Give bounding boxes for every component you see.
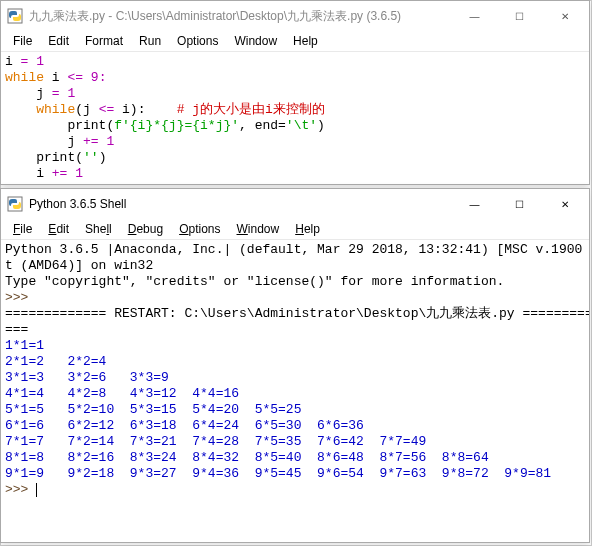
- menu-window[interactable]: Window: [226, 32, 285, 50]
- output-row: 3*1=3 3*2=6 3*3=9: [5, 370, 169, 385]
- menu-file[interactable]: File: [5, 220, 40, 238]
- output-row: 5*1=5 5*2=10 5*3=15 5*4=20 5*5=25: [5, 402, 301, 417]
- editor-title: 九九乘法表.py - C:\Users\Administrator\Deskto…: [29, 8, 452, 25]
- minimize-button[interactable]: —: [452, 2, 497, 30]
- shell-title: Python 3.6.5 Shell: [29, 197, 452, 211]
- close-button[interactable]: ✕: [542, 2, 587, 30]
- menu-format[interactable]: Format: [77, 32, 131, 50]
- menu-edit[interactable]: Edit: [40, 220, 77, 238]
- editor-window: 九九乘法表.py - C:\Users\Administrator\Deskto…: [0, 0, 590, 185]
- shell-titlebar[interactable]: Python 3.6.5 Shell — ☐ ✕: [1, 189, 589, 219]
- menu-options[interactable]: Options: [171, 220, 228, 238]
- minimize-button[interactable]: —: [452, 190, 497, 218]
- output-row: 1*1=1: [5, 338, 44, 353]
- editor-titlebar[interactable]: 九九乘法表.py - C:\Users\Administrator\Deskto…: [1, 1, 589, 31]
- close-button[interactable]: ✕: [542, 190, 587, 218]
- prompt: >>>: [5, 482, 36, 497]
- output-row: 2*1=2 2*2=4: [5, 354, 106, 369]
- menu-file[interactable]: File: [5, 32, 40, 50]
- shell-output[interactable]: Python 3.6.5 |Anaconda, Inc.| (default, …: [1, 240, 589, 500]
- banner-line: Type "copyright", "credits" or "license(…: [5, 274, 504, 289]
- text-cursor: [36, 483, 37, 497]
- restart-line: ===: [5, 322, 28, 337]
- menu-help[interactable]: Help: [285, 32, 326, 50]
- python-shell-icon: [7, 196, 23, 212]
- output-row: 8*1=8 8*2=16 8*3=24 8*4=32 8*5=40 8*6=48…: [5, 450, 489, 465]
- shell-window: Python 3.6.5 Shell — ☐ ✕ File Edit Shell…: [0, 188, 590, 543]
- banner-line: t (AMD64)] on win32: [5, 258, 153, 273]
- editor-menubar: File Edit Format Run Options Window Help: [1, 31, 589, 52]
- menu-debug[interactable]: Debug: [120, 220, 171, 238]
- banner-line: Python 3.6.5 |Anaconda, Inc.| (default, …: [5, 242, 589, 257]
- maximize-button[interactable]: ☐: [497, 2, 542, 30]
- menu-run[interactable]: Run: [131, 32, 169, 50]
- output-row: 7*1=7 7*2=14 7*3=21 7*4=28 7*5=35 7*6=42…: [5, 434, 426, 449]
- menu-shell[interactable]: Shell: [77, 220, 120, 238]
- menu-edit[interactable]: Edit: [40, 32, 77, 50]
- python-file-icon: [7, 8, 23, 24]
- output-row: 4*1=4 4*2=8 4*3=12 4*4=16: [5, 386, 239, 401]
- code-editor[interactable]: i = 1 while i <= 9: j = 1 while(j <= i):…: [1, 52, 589, 184]
- menu-options[interactable]: Options: [169, 32, 226, 50]
- maximize-button[interactable]: ☐: [497, 190, 542, 218]
- output-row: 9*1=9 9*2=18 9*3=27 9*4=36 9*5=45 9*6=54…: [5, 466, 551, 481]
- prompt: >>>: [5, 290, 36, 305]
- output-row: 6*1=6 6*2=12 6*3=18 6*4=24 6*5=30 6*6=36: [5, 418, 364, 433]
- restart-line: ============= RESTART: C:\Users\Administ…: [5, 306, 589, 321]
- menu-window[interactable]: Window: [229, 220, 288, 238]
- shell-menubar: File Edit Shell Debug Options Window Hel…: [1, 219, 589, 240]
- menu-help[interactable]: Help: [287, 220, 328, 238]
